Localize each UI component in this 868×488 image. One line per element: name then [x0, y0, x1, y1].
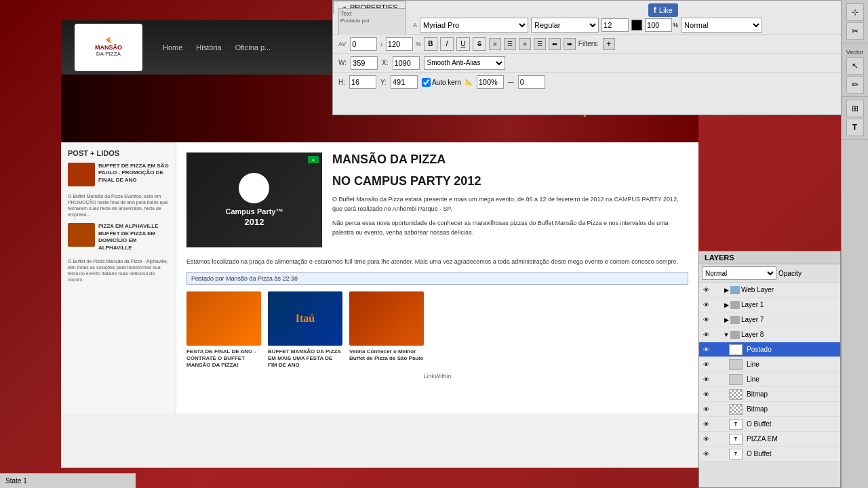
layer-eye-8[interactable]: 👁: [701, 329, 711, 340]
y-input[interactable]: [391, 75, 418, 89]
layer-row-obuffet2[interactable]: 👁 T O Buffet: [699, 447, 840, 462]
align-center-button[interactable]: ☰: [504, 38, 516, 50]
layer-lock-line2: [711, 374, 722, 385]
layer-thumb-bitmap1: [729, 389, 743, 400]
bold-button[interactable]: B: [424, 37, 437, 51]
layer-name-bitmap1: Bitmap: [744, 390, 839, 398]
linkwithin-bar: LinkWithin: [186, 373, 688, 380]
underline-button[interactable]: U: [456, 37, 470, 51]
related-posts: FESTA DE FINAL DE ANO - CONTRATE O BUFFE…: [186, 291, 688, 369]
related-item-1: FESTA DE FINAL DE ANO - CONTRATE O BUFFE…: [186, 291, 261, 369]
layer-eye-bitmap1[interactable]: 👁: [701, 389, 711, 400]
w-label: W:: [338, 59, 347, 66]
pointer-tool[interactable]: ↖: [846, 57, 864, 75]
layers-blend-select[interactable]: Normal: [702, 266, 776, 280]
layer-eye-line2[interactable]: 👁: [701, 374, 711, 385]
stroke-input[interactable]: [518, 75, 545, 89]
opacity-input[interactable]: [645, 18, 672, 32]
state-bar: State 1: [0, 473, 136, 488]
w-input[interactable]: [351, 56, 378, 70]
layer-row-postado[interactable]: 👁 T Postado: [699, 342, 840, 357]
layer-row-8[interactable]: 👁 ▼ Layer 8: [699, 327, 840, 342]
add-filter-button[interactable]: +: [603, 38, 615, 50]
layer-name-bitmap2: Bitmap: [744, 405, 839, 413]
layer-expand-web[interactable]: ▶: [722, 286, 730, 294]
state-label: State 1: [5, 477, 27, 485]
kerning-input[interactable]: [350, 37, 377, 51]
toolbar-row1: Text Postado por A Myriad Pro Regular % …: [333, 16, 867, 35]
layer-expand-7[interactable]: ▶: [722, 316, 730, 324]
layer-row-web[interactable]: 👁 ▶ Web Layer: [699, 283, 840, 298]
align-right2-button[interactable]: ➡: [564, 38, 576, 50]
layer-eye-obuffet2[interactable]: 👁: [701, 449, 711, 460]
scale-label: 📐: [465, 79, 473, 85]
nav-home[interactable]: Home: [163, 43, 182, 52]
postado-sublabel: Postado por: [340, 18, 370, 24]
font-family-select[interactable]: Myriad Pro: [420, 18, 528, 33]
layer-eye-postado[interactable]: 👁: [701, 344, 711, 355]
crop-tool[interactable]: ✂: [846, 22, 864, 40]
h-input[interactable]: [349, 75, 376, 89]
nav-oficina[interactable]: Oficina p...: [235, 43, 271, 52]
layer-row-obuffet1[interactable]: 👁 T O Buffet: [699, 417, 840, 432]
layer-eye-7[interactable]: 👁: [701, 314, 711, 325]
pen-tool[interactable]: ✏: [846, 76, 864, 94]
related-title-1: FESTA DE FINAL DE ANO - CONTRATE O BUFFE…: [186, 348, 261, 369]
text-tool[interactable]: T: [846, 119, 864, 136]
layer-name-postado: Postado: [744, 346, 839, 353]
article-thumb: Campus Party™ 2012 ●: [186, 152, 322, 247]
layer-thumb-obuffet1: T: [729, 419, 743, 430]
layer-lock-bitmap1: [711, 389, 722, 400]
smooth-select[interactable]: Smooth Anti-Alias: [424, 56, 505, 70]
layer-eye-1[interactable]: 👁: [701, 300, 711, 310]
website-body: POST + LIDOS BUFFET DE PIZZA EM SÃO PAUL…: [61, 142, 698, 413]
layer-row-line2[interactable]: 👁 Line: [699, 372, 840, 387]
layer-row-1[interactable]: 👁 ▶ Layer 1: [699, 298, 840, 312]
postado-text: Postado por Mansão da Pizza às 22:38: [191, 275, 298, 282]
layer-expand-8[interactable]: ▼: [722, 331, 730, 339]
layer-row-pizzaem[interactable]: 👁 T PIZZA EM: [699, 432, 840, 447]
auto-kern-checkbox[interactable]: [422, 78, 431, 87]
font-style-select[interactable]: Regular: [531, 18, 599, 33]
toolbar-divider3: [842, 139, 868, 140]
select-tool[interactable]: ⊹: [846, 3, 864, 21]
layer-eye-line1[interactable]: 👁: [701, 359, 711, 370]
layer-row-line1[interactable]: 👁 Line: [699, 357, 840, 372]
blend-mode-select[interactable]: Normal: [681, 18, 762, 33]
layer-lock-pizzaem: [711, 434, 722, 445]
leading-input[interactable]: [386, 37, 413, 51]
x-input[interactable]: [393, 56, 420, 70]
color-swatch[interactable]: [631, 20, 642, 30]
like-button-area[interactable]: f Like: [648, 3, 678, 17]
layers-toolbar: Normal Opacity: [699, 264, 840, 283]
strikethrough-button[interactable]: S̶: [473, 37, 486, 51]
sidebar-post-1: BUFFET DE PIZZA EM SÃO PAULO - PROMOÇÃO …: [68, 163, 169, 186]
sidebar-post1-desc: O Buffet Mansão da Pizza Eventos, esta e…: [68, 193, 169, 218]
layer-row-7[interactable]: 👁 ▶ Layer 7: [699, 312, 840, 327]
related-thumb-3: [349, 291, 424, 346]
sidebar-thumb-2: [68, 223, 95, 247]
italic-button[interactable]: I: [440, 37, 454, 51]
article-title-line2: NO CAMPUS PARTY 2012: [332, 174, 688, 189]
logo-text: 🍕 MANSÃO DA PIZZA: [95, 37, 122, 58]
layer-lock-postado: [711, 344, 722, 355]
layer-row-bitmap1[interactable]: 👁 Bitmap: [699, 387, 840, 402]
layer-thumb-obuffet2: T: [729, 449, 743, 460]
scale-input[interactable]: [477, 75, 504, 89]
layer-eye-obuffet1[interactable]: 👁: [701, 419, 711, 430]
font-size-input[interactable]: [601, 18, 629, 32]
layer-lock-obuffet2: [711, 449, 722, 460]
layer-eye-web[interactable]: 👁: [701, 285, 711, 296]
layer-eye-bitmap2[interactable]: 👁: [701, 404, 711, 415]
layer-row-bitmap2[interactable]: 👁 Bitmap: [699, 402, 840, 417]
align-right-button[interactable]: ≡: [519, 38, 531, 50]
layer-eye-pizzaem[interactable]: 👁: [701, 434, 711, 445]
align-justify-button[interactable]: ☰: [534, 38, 546, 50]
main-content: Campus Party™ 2012 ● MANSÃO DA PIZZA NO …: [176, 142, 698, 413]
align-left-button[interactable]: ≡: [489, 38, 501, 50]
nav-historia[interactable]: História: [196, 43, 221, 52]
layer-thumb-bitmap2: [729, 404, 743, 415]
align-left2-button[interactable]: ⬅: [549, 38, 561, 50]
layer-expand-1[interactable]: ▶: [722, 301, 730, 309]
transform-tool[interactable]: ⊞: [846, 100, 864, 117]
